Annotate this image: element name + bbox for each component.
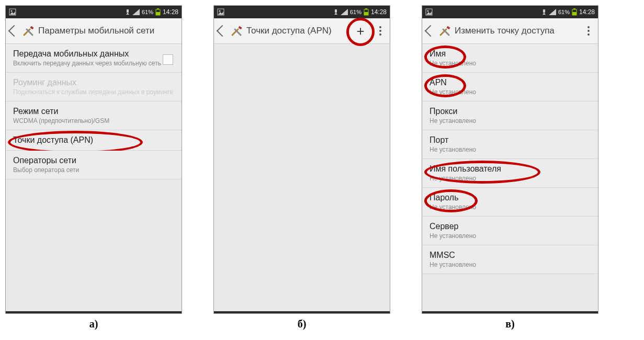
nav-bar [422, 311, 598, 313]
phone-screen-2: 61% 14:28 Изменить точку доступа Имя Не … [422, 5, 598, 314]
clock-label: 14:28 [579, 8, 595, 16]
battery-icon [155, 8, 161, 16]
nav-bar [214, 311, 390, 313]
svg-point-10 [219, 10, 221, 12]
list-item-title: Прокси [430, 107, 591, 116]
list-item-sub: Не установлено [430, 117, 591, 124]
signal-icon [549, 9, 556, 15]
header: Изменить точку доступа [422, 18, 598, 44]
list-item-title: Сервер [430, 222, 591, 231]
battery-label: 61% [142, 9, 153, 15]
list-item[interactable]: Пароль Не установлено [422, 188, 598, 217]
list-item-title: Операторы сети [13, 156, 174, 165]
list-item[interactable]: Порт Не установлено [422, 130, 598, 159]
list-item[interactable]: Прокси Не установлено [422, 101, 598, 130]
battery-icon [572, 8, 577, 16]
list-item[interactable]: Операторы сети Выбор оператора сети [6, 151, 182, 179]
list-item[interactable]: Имя пользователя Не установлено [422, 159, 598, 188]
svg-rect-23 [573, 8, 575, 9]
network-icon [333, 9, 338, 15]
figure-caption: б) [298, 318, 307, 330]
svg-rect-5 [157, 8, 159, 9]
list-item-title: Передача мобильных данных [13, 49, 174, 59]
settings-list: Имя Не установлено APN Не установлено Пр… [422, 44, 598, 274]
picture-icon [217, 8, 224, 16]
signal-icon [132, 9, 140, 15]
list-item-sub: Не установлено [430, 88, 591, 96]
svg-rect-14 [365, 8, 367, 9]
list-item-sub: Не установлено [430, 232, 591, 240]
page-title: Параметры мобильной сети [38, 26, 177, 36]
list-item-sub: Не установлено [430, 146, 591, 153]
phone-screen-1: 61% 14:28 Точки доступа (APN) + [213, 5, 390, 314]
header: Параметры мобильной сети [6, 18, 182, 44]
battery-label: 61% [558, 9, 570, 15]
figure-caption: в) [505, 318, 514, 330]
svg-rect-20 [543, 9, 545, 13]
nav-bar [6, 311, 182, 313]
svg-rect-22 [572, 12, 577, 15]
status-bar: 61% 14:28 [6, 6, 182, 18]
list-item-title: Точки доступа (APN) [13, 135, 174, 145]
list-item[interactable]: Режим сети WCDMA (предпочтительно)/GSM [6, 101, 182, 130]
list-item[interactable]: Имя Не установлено [422, 44, 598, 73]
tools-icon [439, 25, 450, 37]
list-item-sub: Подключаться к службам передачи данных в… [13, 88, 174, 96]
signal-icon [341, 9, 348, 15]
svg-rect-8 [30, 26, 33, 29]
svg-point-1 [11, 10, 13, 12]
list-item-title: Имя [430, 49, 591, 59]
list-item-title: MMSC [430, 251, 591, 260]
battery-icon [364, 8, 369, 16]
svg-rect-4 [156, 12, 160, 15]
back-icon[interactable] [425, 25, 437, 37]
add-button[interactable]: + [350, 20, 371, 41]
tools-icon [22, 25, 34, 37]
clock-label: 14:28 [371, 8, 387, 16]
figure-caption: а) [89, 318, 98, 330]
checkbox[interactable] [163, 54, 173, 65]
list-item-sub: Не установлено [430, 261, 591, 268]
list-item-title: Порт [430, 135, 591, 145]
list-item-sub: Выбор оператора сети [13, 166, 174, 174]
battery-label: 61% [350, 9, 361, 15]
back-icon[interactable] [8, 25, 20, 37]
list-item[interactable]: APN Не установлено [422, 73, 598, 101]
header: Точки доступа (APN) + [214, 18, 390, 44]
svg-rect-17 [238, 26, 242, 29]
overflow-menu-button[interactable] [583, 24, 594, 38]
list-item-title: Имя пользователя [430, 164, 591, 174]
overflow-menu-button[interactable] [375, 24, 386, 38]
svg-rect-2 [127, 9, 129, 13]
back-icon[interactable] [217, 25, 229, 37]
phone-screen-0: 61% 14:28 Параметры мобильной сети Перед… [5, 5, 182, 314]
list-item-title: APN [430, 78, 591, 87]
list-item[interactable]: Сервер Не установлено [422, 217, 598, 245]
page-title: Точки доступа (APN) [246, 26, 346, 36]
list-item-title: Режим сети [13, 107, 174, 116]
svg-point-19 [427, 10, 429, 12]
list-item-title: Роуминг данных [13, 78, 174, 87]
picture-icon [9, 8, 16, 16]
list-item[interactable]: Передача мобильных данных Включить перед… [6, 44, 182, 73]
list-item-sub: Не установлено [430, 203, 591, 211]
list-item-sub: WCDMA (предпочтительно)/GSM [13, 117, 174, 124]
list-item[interactable]: MMSC Не установлено [422, 245, 598, 274]
svg-rect-26 [446, 26, 450, 29]
tools-icon [231, 25, 242, 37]
page-title: Изменить точку доступа [455, 26, 579, 36]
list-item-sub: Не установлено [430, 175, 591, 182]
list-item[interactable]: Точки доступа (APN) [6, 130, 182, 151]
list-item-sub: Не установлено [430, 60, 591, 67]
svg-rect-11 [335, 9, 337, 13]
svg-rect-13 [364, 12, 368, 15]
settings-list: Передача мобильных данных Включить перед… [6, 44, 182, 179]
status-bar: 61% 14:28 [214, 6, 390, 18]
list-item-sub: Включить передачу данных через мобильную… [13, 60, 174, 67]
status-bar: 61% 14:28 [422, 6, 598, 18]
network-icon [125, 9, 130, 15]
picture-icon [425, 8, 433, 16]
network-icon [541, 9, 547, 15]
list-item: Роуминг данных Подключаться к службам пе… [6, 73, 182, 101]
clock-label: 14:28 [163, 8, 178, 16]
